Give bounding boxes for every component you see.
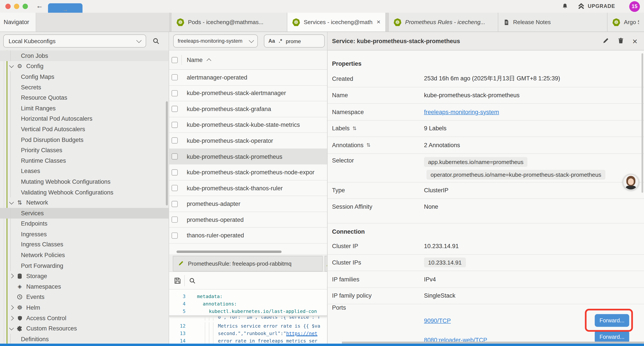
tab-release-notes[interactable]: Release Notes [498, 13, 608, 31]
table-row-kube-prometheus-stack-kube-state[interactable]: kube-prometheus-stack-kube-state-metrics [169, 117, 327, 133]
row-checkbox[interactable] [172, 106, 178, 112]
table-row-kube-prometheus-stack-alertmanag[interactable]: kube-prometheus-stack-alertmanager [169, 86, 327, 101]
table-row-alertmanager-operated[interactable]: alertmanager-operated [169, 70, 327, 85]
sidebar-item-pod-disruption-budgets[interactable]: Pod Disruption Budgets [0, 134, 169, 145]
detail-label-text: Name [332, 92, 348, 98]
sidebar-scrollbar[interactable] [166, 101, 168, 206]
kubeconfig-selector[interactable]: Local Kubeconfigs [3, 34, 146, 47]
port-link[interactable]: 9090/TCP [424, 317, 451, 324]
table-search-input[interactable]: Aa .* prome [264, 34, 325, 47]
delete-service-icon[interactable] [618, 37, 624, 45]
table-row-thanos-ruler-operated[interactable]: thanos-ruler-operated [169, 228, 327, 244]
bell-icon[interactable] [562, 3, 568, 11]
sort-toggle-icon[interactable]: ⇅ [352, 125, 357, 131]
editor-line: 0", for: "1m", labels :{ service : f [169, 317, 327, 321]
editor-line: 3metadata: [169, 293, 327, 300]
sidebar-item-resource-quotas[interactable]: Resource Quotas [0, 92, 169, 103]
sidebar-item-network-policies[interactable]: Network Policies [0, 250, 169, 260]
edit-service-icon[interactable] [602, 37, 609, 45]
table-row-kube-prometheus-stack-prometheus[interactable]: kube-prometheus-stack-prometheus [169, 149, 327, 164]
sidebar-item-limit-ranges[interactable]: Limit Ranges [0, 103, 169, 113]
table-row-kube-prometheus-stack-thanos-rul[interactable]: kube-prometheus-stack-thanos-ruler [169, 180, 327, 196]
sidebar-item-access-control[interactable]: Access Control [0, 313, 169, 323]
indent-guide [209, 330, 209, 337]
close-window-button[interactable] [5, 4, 10, 9]
close-tab-icon[interactable]: × [376, 19, 380, 25]
assistant-avatar[interactable] [623, 174, 639, 190]
table-horizontal-scrollbar[interactable] [176, 251, 282, 253]
table-row-prometheus-operated[interactable]: prometheus-operated [169, 212, 327, 228]
sidebar-item-network[interactable]: ⇅Network [0, 197, 169, 208]
yaml-editor[interactable]: 3metadata:4annotations:5kubectl.kubernet… [169, 290, 327, 344]
table-row-prometheus-adapter[interactable]: prometheus-adapter [169, 196, 327, 212]
detail-label-text: Cluster IP [332, 243, 358, 249]
sidebar-search-icon[interactable] [152, 37, 160, 46]
sidebar-item-namespaces[interactable]: ◈Namespaces [0, 281, 169, 292]
tab-prometheus-rules-icecheng[interactable]: ☸Prometheus Rules - icecheng... [388, 13, 498, 31]
panel-horizontal-scrollbar[interactable] [342, 342, 644, 344]
sidebar-item-storage[interactable]: Storage [0, 271, 169, 281]
regex-toggle[interactable]: .* [278, 38, 282, 44]
sidebar-item-label: Pod Disruption Budgets [21, 136, 83, 143]
tab-services-icecheng-math[interactable]: ☸Services - icecheng@math...× [287, 13, 386, 31]
sort-toggle-icon[interactable]: ⇅ [366, 142, 370, 148]
match-case-toggle[interactable]: Aa [268, 38, 275, 44]
panel-scrollbar[interactable] [642, 53, 643, 193]
tab-argo-se[interactable]: ☸Argo Se [608, 13, 644, 31]
row-checkbox[interactable] [172, 185, 178, 191]
sidebar-item-helm[interactable]: ☸Helm [0, 303, 169, 313]
sidebar-item-horizontal-pod-autoscalers[interactable]: Horizontal Pod Autoscalers [0, 113, 169, 124]
row-checkbox[interactable] [172, 74, 178, 80]
sidebar-item-mutating-webhook-configurations[interactable]: Mutating Webhook Configurations [0, 176, 169, 187]
minimize-window-button[interactable] [14, 4, 19, 9]
sidebar-item-definitions[interactable]: Definitions [0, 334, 169, 344]
forward-button[interactable]: Forward... [595, 331, 629, 343]
detail-link[interactable]: freeleaps-monitoring-system [424, 109, 499, 115]
table-row-kube-prometheus-stack-grafana[interactable]: kube-prometheus-stack-grafana [169, 101, 327, 117]
sidebar-item-custom-resources[interactable]: Custom Resources [0, 323, 169, 334]
sidebar-item-secrets[interactable]: Secrets [0, 82, 169, 92]
tab-pods-icecheng-mathmas[interactable]: ☸Pods - icecheng@mathmas... [172, 13, 287, 31]
code-link[interactable]: https://net [286, 331, 318, 336]
editor-search-icon[interactable] [189, 277, 196, 286]
row-checkbox[interactable] [172, 122, 178, 128]
sidebar-item-cron-jobs[interactable]: Cron Jobs [0, 50, 169, 61]
row-checkbox[interactable] [172, 232, 178, 239]
sidebar-item-config-maps[interactable]: Config Maps [0, 71, 169, 82]
close-panel-icon[interactable]: × [632, 37, 638, 45]
sidebar-item-vertical-pod-autoscalers[interactable]: Vertical Pod Autoscalers [0, 124, 169, 134]
sidebar-item-runtime-classes[interactable]: Runtime Classes [0, 155, 169, 166]
namespace-selector[interactable]: freeleaps-monitoring-system [173, 34, 258, 47]
table-row-kube-prometheus-stack-prometheus[interactable]: kube-prometheus-stack-prometheus-node-ex… [169, 164, 327, 180]
select-all-checkbox[interactable] [172, 57, 178, 63]
row-checkbox[interactable] [172, 169, 178, 175]
editor-line: 13second.","runbook_url":"https://net [169, 330, 327, 337]
row-checkbox[interactable] [172, 201, 178, 207]
editor-line: 12Metrics service error rate is {{ $va [169, 322, 327, 330]
sidebar-item-validating-webhook-configuration[interactable]: Validating Webhook Configurations [0, 187, 169, 197]
forward-button[interactable]: Forward... [595, 314, 629, 327]
table-row-kube-prometheus-stack-operator[interactable]: kube-prometheus-stack-operator [169, 133, 327, 149]
save-icon[interactable] [174, 277, 181, 286]
row-checkbox[interactable] [172, 217, 178, 223]
sidebar-item-port-forwarding[interactable]: Port Forwarding [0, 260, 169, 271]
notification-count-badge[interactable]: 15 [629, 1, 640, 12]
column-header-name[interactable]: Name [187, 56, 202, 63]
sidebar-item-ingresses[interactable]: Ingresses [0, 229, 169, 239]
sidebar-item-services[interactable]: Services [0, 208, 169, 218]
row-checkbox[interactable] [172, 90, 178, 96]
sidebar-item-events[interactable]: Events [0, 292, 169, 303]
tab-navigator[interactable]: Navigator [0, 13, 36, 31]
dock-tab-prometheusrule[interactable]: PrometheusRule: freeleaps-prod-rabbitmq [173, 256, 322, 271]
maximize-window-button[interactable] [22, 4, 28, 9]
sidebar-item-endpoints[interactable]: Endpoints [0, 218, 169, 229]
back-arrow-icon[interactable]: ← [36, 1, 43, 10]
upgrade-button[interactable]: UPGRADE [578, 2, 615, 10]
sidebar-item-ingress-classes[interactable]: Ingress Classes [0, 239, 169, 250]
sidebar-item-config[interactable]: ⚙Config [0, 61, 169, 71]
dock-tab-partial[interactable] [325, 256, 327, 271]
sidebar-item-priority-classes[interactable]: Priority Classes [0, 145, 169, 155]
sidebar-item-leases[interactable]: Leases [0, 166, 169, 176]
row-checkbox[interactable] [172, 153, 178, 159]
row-checkbox[interactable] [172, 137, 178, 144]
